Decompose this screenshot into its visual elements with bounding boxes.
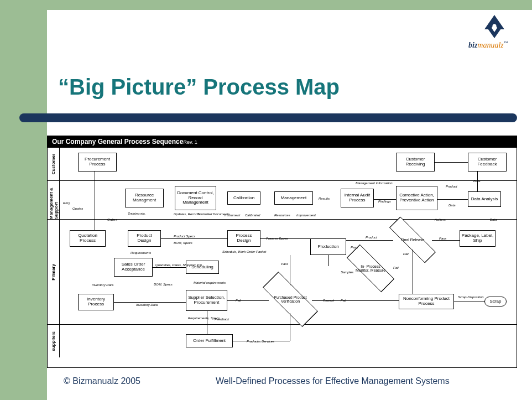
lbl-actions: Actions (435, 218, 446, 221)
conn (435, 162, 468, 163)
conn (432, 240, 460, 241)
process-diagram: Our Company General Process SequenceRev.… (47, 136, 517, 368)
box-inventory: Inventory Process (78, 294, 114, 310)
logo-tm: ™ (504, 40, 508, 45)
lbl-training: Training etc. (128, 212, 146, 215)
lbl-products-services: Products, Services (247, 340, 274, 343)
box-scheduling: Scheduling (186, 261, 219, 274)
svg-marker-1 (487, 27, 502, 38)
lbl-findings: Findings (378, 200, 391, 203)
box-data-analysis: Data Analysis (468, 191, 501, 207)
lbl-product2: Product (366, 236, 377, 239)
lbl-schedule: Schedule, Work Order Packet (222, 250, 266, 253)
conn (153, 267, 186, 268)
diagram-title: Our Company General Process Sequence (52, 138, 183, 146)
lane-primary-label: Primary (48, 220, 60, 324)
box-quotation: Quotation Process (70, 230, 106, 247)
box-sales-order: Sales Order Acceptance (114, 258, 153, 277)
lane-customer: Customer (48, 147, 517, 180)
box-internal-audit: Internal Audit Process (341, 189, 374, 207)
conn (290, 313, 290, 341)
lbl-quantities: Quantities, Dates, Shipping Info. (155, 263, 203, 267)
diagram-rev: Rev. 1 (183, 139, 197, 145)
lbl-rfq: RFQ (63, 201, 70, 205)
lbl-inventory-data2: Inventory Data (136, 303, 158, 307)
lbl-orders: Orders (107, 218, 117, 221)
diamond-inprocess: In- Process Monitor, Measure (352, 257, 389, 280)
lbl-product-specs: Product Specs (174, 235, 195, 238)
lane-suppliers-label: suppliers (48, 325, 60, 357)
lbl-product: Product (446, 185, 457, 188)
diagram-header: Our Company General Process SequenceRev.… (48, 136, 517, 147)
lbl-data2: Data (448, 204, 456, 207)
footer-copyright: © Bizmanualz 2005 (64, 376, 140, 386)
conn (114, 302, 186, 303)
conn (374, 199, 396, 200)
box-order-fulfill: Order Fulfillment (186, 334, 233, 347)
lbl-pass3: Pass (351, 246, 358, 249)
logo-text: bizmanualz™ (468, 40, 521, 50)
conn (328, 255, 329, 266)
lbl-fail3: Fail (403, 252, 409, 256)
conn (161, 238, 227, 239)
lbl-data3: Data (490, 218, 497, 221)
lbl-mgmt-info: Management Information (356, 181, 393, 185)
diamond-purchased-verif: Purchased Product Verification (269, 285, 312, 313)
lbl-scrap-disp: Scrap Disposition (458, 295, 484, 299)
lbl-updates: Updates, Records (174, 212, 200, 216)
lbl-feedback: Feedback (215, 318, 229, 321)
svg-point-2 (493, 24, 497, 28)
lbl-quotes: Quotes (72, 207, 83, 210)
lane-mgmt-label: Management & Support (48, 181, 60, 219)
box-calibration: Calibration (227, 191, 260, 205)
slide-top-border (0, 0, 532, 10)
box-management: Management (274, 191, 313, 205)
lbl-results: Results (319, 197, 330, 200)
box-production: Production (310, 238, 346, 255)
conn (227, 300, 269, 301)
lbl-fail2: Fail (393, 266, 399, 269)
footer-tagline: Well-Defined Processes for Effective Man… (216, 376, 450, 386)
lbl-improvement: Improvement (296, 214, 316, 217)
conn (207, 311, 207, 334)
conn (233, 341, 290, 341)
lbl-bom-specs2: BOM, Specs (154, 283, 173, 286)
conn (260, 238, 310, 239)
conn (95, 172, 95, 230)
lbl-inventory-data: Inventory Data (92, 283, 113, 287)
conn (437, 199, 468, 200)
diamond-final-release: Final Release (393, 230, 432, 250)
box-scrap: Scrap (484, 297, 507, 307)
box-procurement: Procurement Process (78, 153, 117, 172)
conn (346, 240, 393, 241)
box-resource: Resource Managment (125, 189, 164, 207)
lbl-requirements: Requirements (131, 251, 151, 254)
box-doc-control: Document Control, Record Management (175, 186, 216, 210)
box-nonconforming: Nonconforming Product Process (399, 294, 454, 309)
box-corrective: Corrective Action, Preventive Action (396, 186, 437, 210)
logo-biz: biz (468, 41, 477, 49)
box-cust-feedback: Customer Feedback (468, 153, 507, 172)
lbl-material-req: Material requirements (194, 281, 226, 284)
box-cust-recv: Customer Receiving (396, 153, 435, 172)
conn (454, 302, 484, 302)
conn (477, 172, 478, 191)
lbl-pass2: Pass (281, 262, 288, 266)
box-package: Package, Label, Ship (460, 230, 496, 247)
logo: bizmanualz™ (468, 14, 521, 53)
logo-manualz: manualz (477, 41, 503, 49)
lbl-calibrated: Calibrated (245, 214, 260, 217)
lbl-instrument: Instrument (225, 214, 240, 217)
slide-left-border (0, 0, 47, 400)
title-underline (19, 113, 517, 122)
logo-icon (482, 14, 507, 39)
lbl-resources: Resources (274, 214, 290, 217)
lbl-samples: Samples (341, 271, 353, 274)
conn (290, 255, 290, 285)
lane-customer-label: Customer (48, 148, 60, 180)
box-product-design: Product Design (128, 230, 161, 247)
slide-title: “Big Picture” Process Map (58, 75, 340, 100)
conn (312, 300, 399, 301)
conn (413, 250, 413, 294)
box-process-design: Process Design (227, 230, 260, 247)
